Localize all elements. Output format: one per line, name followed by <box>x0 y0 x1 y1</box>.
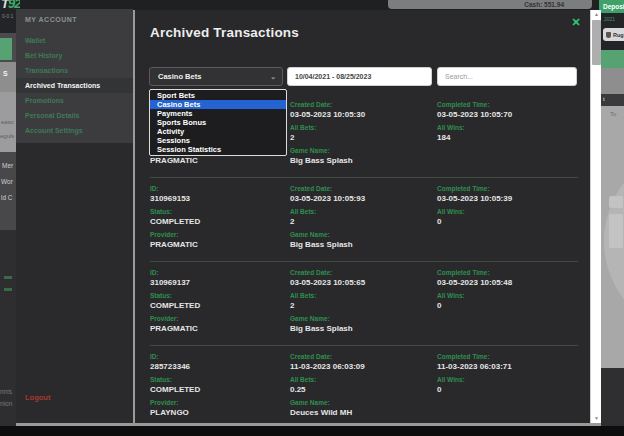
field-label: Created Date: <box>290 100 437 109</box>
field-label: Provider: <box>150 398 290 407</box>
entry-provider: PRAGMATIC <box>150 155 290 166</box>
logout-button[interactable]: Logout <box>25 393 50 402</box>
close-icon[interactable]: ✕ <box>568 14 584 30</box>
regulator-badge: Rug <box>603 28 624 41</box>
bg-year-fragment: 2021 <box>604 16 615 22</box>
search-input[interactable] <box>437 67 577 86</box>
field-label: ID: <box>150 184 290 193</box>
entry-provider: PRAGMATIC <box>150 323 290 334</box>
scrollbar-up-icon[interactable]: ▲ <box>591 10 602 19</box>
category-select[interactable]: Casino Bets ⌄ <box>149 67 283 86</box>
sidebar-item-personal-details[interactable]: Personal Details <box>16 108 133 123</box>
category-dropdown-list: Sport Bets Casino Bets Payments Sports B… <box>149 89 287 156</box>
bg-footer-band <box>0 426 624 436</box>
entry-created: 03-05-2023 10:05:30 <box>290 109 437 120</box>
transaction-entry: ID:285723346 Created Date:11-03-2023 06:… <box>150 346 578 429</box>
sidebar-title: MY ACCOUNT <box>25 16 77 23</box>
field-label: All Bets: <box>290 207 437 216</box>
entry-id: 310969153 <box>150 193 290 204</box>
bg-content-area: To <box>601 106 624 368</box>
field-label: Status: <box>150 375 290 384</box>
entry-id: 285723346 <box>150 361 290 372</box>
sidebar-item-account-settings[interactable]: Account Settings <box>16 123 133 138</box>
entry-completed: 11-03-2023 06:03:71 <box>437 361 578 372</box>
field-label: Completed Time: <box>437 352 578 361</box>
modal-scrollbar[interactable]: ▲ ▼ <box>590 10 601 423</box>
field-label: Provider: <box>150 230 290 239</box>
entry-provider: PRAGMATIC <box>150 239 290 250</box>
bg-text-fragment: To <box>610 111 616 117</box>
entry-provider: PLAYNGO <box>150 407 290 418</box>
bg-green-dot <box>4 288 12 291</box>
bg-card-shape <box>609 196 623 208</box>
bg-text-fragment: Mer <box>2 162 13 169</box>
bg-card-shape <box>609 214 623 248</box>
dropdown-option-casino-bets[interactable]: Casino Bets <box>150 100 286 109</box>
cash-balance: Cash: 551.94 <box>524 1 564 8</box>
dropdown-option-payments[interactable]: Payments <box>150 109 286 118</box>
entry-wins: 0 <box>437 216 578 227</box>
dropdown-option-sessions[interactable]: Sessions <box>150 136 286 145</box>
bg-text-fragment: nnis <box>0 388 12 395</box>
field-label: All Bets: <box>290 375 437 384</box>
field-label: Game Name: <box>290 398 437 407</box>
bg-tab-fragment: t <box>603 96 605 102</box>
field-label: Created Date: <box>290 268 437 277</box>
entry-status: COMPLETED <box>150 216 290 227</box>
entry-game: Big Bass Splash <box>290 323 437 334</box>
bg-right-block <box>601 68 624 94</box>
account-sidebar: MY ACCOUNT Wallet Bet History Transactio… <box>16 9 133 423</box>
bg-text-fragment: eguls <box>0 133 14 139</box>
bg-text-fragment: nion <box>0 400 12 407</box>
field-label: Game Name: <box>290 314 437 323</box>
topbar-balance-bar: Cash: 551.94 <box>388 0 592 9</box>
field-label: All Wins: <box>437 375 578 384</box>
entry-id: 310969137 <box>150 277 290 288</box>
entry-bets: 2 <box>290 132 437 143</box>
bg-green-dot <box>4 276 12 279</box>
bg-green-banner-right <box>601 50 624 68</box>
field-label: Completed Time: <box>437 184 578 193</box>
field-label: ID: <box>150 352 290 361</box>
date-range-input[interactable] <box>287 67 432 86</box>
dropdown-option-sport-bets[interactable]: Sport Bets <box>150 91 286 100</box>
entry-completed: 03-05-2023 10:05:48 <box>437 277 578 288</box>
entry-bets: 2 <box>290 216 437 227</box>
scrollbar-thumb[interactable] <box>592 20 601 65</box>
entry-game: Big Bass Splash <box>290 155 437 166</box>
field-label: Completed Time: <box>437 100 578 109</box>
sidebar-item-wallet[interactable]: Wallet <box>16 33 133 48</box>
field-label: All Bets: <box>290 123 437 132</box>
deposit-button[interactable]: Deposit <box>599 0 624 13</box>
bg-footer-right <box>601 368 624 426</box>
entry-bets: 0.25 <box>290 384 437 395</box>
sidebar-item-promotions[interactable]: Promotions <box>16 93 133 108</box>
entry-wins: 0 <box>437 384 578 395</box>
sidebar-item-bet-history[interactable]: Bet History <box>16 48 133 63</box>
bg-left-block <box>0 62 16 92</box>
category-select-value: Casino Bets <box>158 72 201 81</box>
field-label: Status: <box>150 207 290 216</box>
entry-created: 03-05-2023 10:05:65 <box>290 277 437 288</box>
entry-wins: 184 <box>437 132 578 143</box>
bg-text-fragment: S <box>3 70 8 77</box>
chevron-down-icon: ⌄ <box>270 68 276 85</box>
sidebar-item-archived-transactions[interactable]: Archived Transactions <box>16 78 133 93</box>
bg-text-fragment: easc <box>1 119 14 125</box>
transaction-entry: ID:310969137 Created Date:03-05-2023 10:… <box>150 262 578 346</box>
field-label: Provider: <box>150 314 290 323</box>
sidebar-lower-panel <box>16 143 133 423</box>
dropdown-option-sports-bonus[interactable]: Sports Bonus <box>150 118 286 127</box>
bg-text-fragment: ld C <box>1 194 13 201</box>
bg-left-block <box>0 230 16 426</box>
dropdown-option-session-statistics[interactable]: Session Statistics <box>150 145 286 154</box>
entry-completed: 03-05-2023 10:05:39 <box>437 193 578 204</box>
entry-bets: 2 <box>290 300 437 311</box>
dropdown-option-activity[interactable]: Activity <box>150 127 286 136</box>
modal-title: Archived Transactions <box>150 25 299 40</box>
entry-completed: 03-05-2023 10:05:70 <box>437 109 578 120</box>
field-label: Created Date: <box>290 184 437 193</box>
sidebar-item-transactions[interactable]: Transactions <box>16 63 133 78</box>
scrollbar-down-icon[interactable]: ▼ <box>591 414 602 423</box>
field-label: All Wins: <box>437 291 578 300</box>
